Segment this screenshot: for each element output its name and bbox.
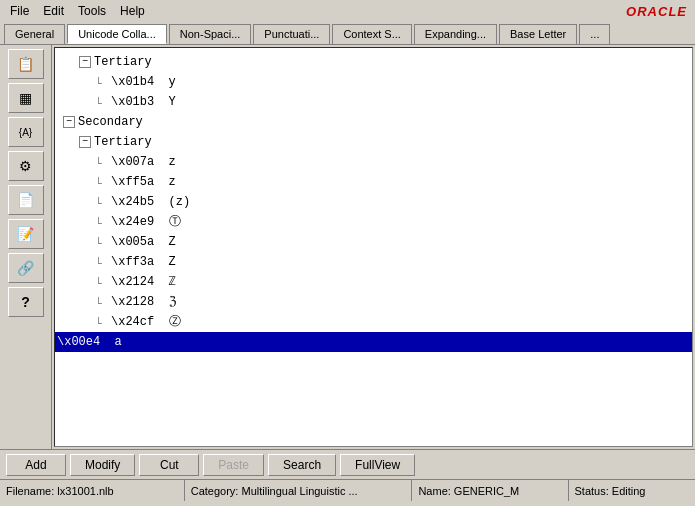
paste-button[interactable]: Paste	[203, 454, 264, 476]
tree-row-x00e4-selected[interactable]: \x00e4 a	[55, 332, 692, 352]
tab-base-letter[interactable]: Base Letter	[499, 24, 577, 44]
sidebar-btn-grid[interactable]: ▦	[8, 83, 44, 113]
tab-general[interactable]: General	[4, 24, 65, 44]
sidebar-btn-settings[interactable]: ⚙	[8, 151, 44, 181]
tab-punctuati[interactable]: Punctuati...	[253, 24, 330, 44]
tree-row-x01b4[interactable]: └ \x01b4 y	[55, 72, 692, 92]
leaf-connector-x24e9: └	[95, 216, 109, 228]
cut-button[interactable]: Cut	[139, 454, 199, 476]
sidebar-btn-link[interactable]: 🔗	[8, 253, 44, 283]
status-bar: Filename: lx31001.nlb Category: Multilin…	[0, 479, 695, 501]
leaf-connector-x24b5: └	[95, 196, 109, 208]
tree-label-xff3a: \xff3a Z	[111, 253, 176, 271]
tree-label-x24e9: \x24e9 Ⓣ	[111, 213, 181, 231]
leaf-connector-x24cf: └	[95, 316, 109, 328]
tree-row-tertiary-2[interactable]: − Tertiary	[55, 132, 692, 152]
sidebar-btn-clipboard[interactable]: 📋	[8, 49, 44, 79]
expand-icon-tertiary-2[interactable]: −	[79, 136, 91, 148]
tree-label-x01b4: \x01b4 y	[111, 73, 176, 91]
editing-status: Status: Editing	[569, 480, 695, 501]
expand-icon-secondary[interactable]: −	[63, 116, 75, 128]
text-icon: {A}	[19, 127, 32, 138]
leaf-connector-xff5a: └	[95, 176, 109, 188]
expand-icon-tertiary-1[interactable]: −	[79, 56, 91, 68]
leaf-connector-x2128: └	[95, 296, 109, 308]
tree-row-secondary[interactable]: − Secondary	[55, 112, 692, 132]
tree-row-x24e9[interactable]: └ \x24e9 Ⓣ	[55, 212, 692, 232]
document-icon: 📄	[17, 192, 34, 208]
tree-label-x005a: \x005a Z	[111, 233, 176, 251]
tree-label-tertiary-2: Tertiary	[94, 133, 152, 151]
tree-row-x24b5[interactable]: └ \x24b5 (z)	[55, 192, 692, 212]
sidebar-btn-document[interactable]: 📄	[8, 185, 44, 215]
oracle-logo: ORACLE	[626, 4, 687, 19]
menu-tools[interactable]: Tools	[72, 2, 112, 20]
menu-file[interactable]: File	[4, 2, 35, 20]
tree-row-x007a[interactable]: └ \x007a z	[55, 152, 692, 172]
tree-label-xff5a: \xff5a z	[111, 173, 176, 191]
category-status: Category: Multilingual Linguistic ...	[185, 480, 413, 501]
tree-label-tertiary-1: Tertiary	[94, 53, 152, 71]
tree-row-xff3a[interactable]: └ \xff3a Z	[55, 252, 692, 272]
tree-label-x2128: \x2128 ℨ	[111, 293, 176, 311]
tree-row-tertiary-1[interactable]: − Tertiary	[55, 52, 692, 72]
sidebar-btn-text[interactable]: {A}	[8, 117, 44, 147]
tabs-bar: General Unicode Colla... Non-Spaci... Pu…	[0, 22, 695, 45]
tree-row-xff5a[interactable]: └ \xff5a z	[55, 172, 692, 192]
filename-status: Filename: lx31001.nlb	[0, 480, 185, 501]
tab-context-s[interactable]: Context S...	[332, 24, 411, 44]
settings-icon: ⚙	[19, 158, 32, 174]
menu-items: File Edit Tools Help	[4, 2, 151, 20]
tree-label-x2124: \x2124 ℤ	[111, 273, 176, 291]
tree-row-x005a[interactable]: └ \x005a Z	[55, 232, 692, 252]
tree-label-x00e4: \x00e4 a	[57, 333, 122, 351]
modify-button[interactable]: Modify	[70, 454, 135, 476]
link-icon: 🔗	[17, 260, 34, 276]
menu-help[interactable]: Help	[114, 2, 151, 20]
tab-more[interactable]: ...	[579, 24, 610, 44]
search-button[interactable]: Search	[268, 454, 336, 476]
menu-edit[interactable]: Edit	[37, 2, 70, 20]
leaf-connector-x2124: └	[95, 276, 109, 288]
tree-scroll[interactable]: − Tertiary └ \x01b4 y └ \x01b3 Y − Secon…	[55, 48, 692, 446]
tree-label-x01b3: \x01b3 Y	[111, 93, 176, 111]
tree-row-x2128[interactable]: └ \x2128 ℨ	[55, 292, 692, 312]
leaf-connector-xff3a: └	[95, 256, 109, 268]
tree-row-x24cf[interactable]: └ \x24cf Ⓩ	[55, 312, 692, 332]
name-status: Name: GENERIC_M	[412, 480, 568, 501]
grid-icon: ▦	[19, 90, 32, 106]
leaf-connector-x007a: └	[95, 156, 109, 168]
leaf-connector-x01b4: └	[95, 76, 109, 88]
leaf-connector-x01b3: └	[95, 96, 109, 108]
tree-label-secondary: Secondary	[78, 113, 143, 131]
help-icon: ?	[21, 294, 30, 310]
add-button[interactable]: Add	[6, 454, 66, 476]
fullview-button[interactable]: FullView	[340, 454, 415, 476]
tree-label-x007a: \x007a z	[111, 153, 176, 171]
tab-expanding[interactable]: Expanding...	[414, 24, 497, 44]
menu-bar: File Edit Tools Help ORACLE	[0, 0, 695, 22]
tree-container: − Tertiary └ \x01b4 y └ \x01b3 Y − Secon…	[54, 47, 693, 447]
button-bar: Add Modify Cut Paste Search FullView	[0, 449, 695, 479]
clipboard-icon: 📋	[17, 56, 34, 72]
main-area: 📋 ▦ {A} ⚙ 📄 📝 🔗 ? − Tertiary	[0, 45, 695, 449]
tab-non-spaci[interactable]: Non-Spaci...	[169, 24, 252, 44]
edit-icon: 📝	[17, 226, 34, 242]
tree-row-x2124[interactable]: └ \x2124 ℤ	[55, 272, 692, 292]
tree-row-x01b3[interactable]: └ \x01b3 Y	[55, 92, 692, 112]
tree-label-x24b5: \x24b5 (z)	[111, 193, 190, 211]
sidebar: 📋 ▦ {A} ⚙ 📄 📝 🔗 ?	[0, 45, 52, 449]
sidebar-btn-edit[interactable]: 📝	[8, 219, 44, 249]
tab-unicode-colla[interactable]: Unicode Colla...	[67, 24, 167, 44]
sidebar-btn-help[interactable]: ?	[8, 287, 44, 317]
leaf-connector-x005a: └	[95, 236, 109, 248]
tree-label-x24cf: \x24cf Ⓩ	[111, 313, 181, 331]
